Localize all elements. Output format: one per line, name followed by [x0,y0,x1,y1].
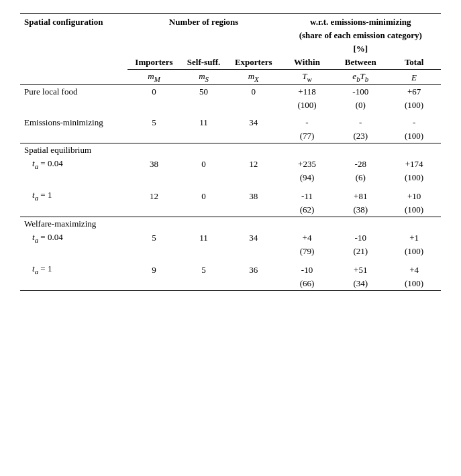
row-emissions-min-label: Emissions-minimizing [20,116,127,129]
row-pure-local-within: +118 [280,84,334,99]
row-welfare-ta004-within-sub: (79) [280,245,334,258]
row-spatial-ta004-within-sub: (94) [280,171,334,184]
header-mS: mS [181,70,226,85]
row-emissions-min-exporters: 34 [227,116,280,129]
row-welfare-ta004-between-sub: (21) [334,245,387,258]
header-num-regions-spacer [127,29,280,42]
row-pure-local-between-sub: (0) [334,99,387,112]
row-emissions-min-between: - [334,116,387,129]
row-welfare-ta004-total: +1 [387,231,441,245]
row-welfare-ta1-total-sub: (100) [387,277,441,291]
header-num-regions-spacer2 [127,42,280,56]
header-mX: mX [227,70,280,85]
row-pure-local-importers: 0 [127,84,181,99]
header-E: E [387,70,441,85]
header-total: Total [387,56,441,70]
header-importers: Importers [127,56,181,70]
row-welfare-ta004-within: +4 [280,231,334,245]
row-emissions-min-total: - [387,116,441,129]
header-wrt: w.r.t. emissions-minimizing [280,14,441,29]
row-pure-local-exporters: 0 [227,84,280,99]
row-pure-local-label: Pure local food [20,84,127,99]
row-welfare-ta1-selfsuff: 5 [181,262,226,277]
row-pure-local-within-sub: (100) [280,99,334,112]
header-exporters: Exporters [227,56,280,70]
row-spatial-ta1-between: +81 [334,188,387,203]
row-spatial-ta1-total-sub: (100) [387,203,441,217]
row-welfare-ta1-total: +4 [387,262,441,277]
header-within: Within [280,56,334,70]
row-pure-local-total: +67 [387,84,441,99]
row-spatial-ta1-selfsuff: 0 [181,188,226,203]
row-emissions-min-total-sub: (100) [387,129,441,143]
header-between: Between [334,56,387,70]
row-emissions-min-between-sub: (23) [334,129,387,143]
row-welfare-ta1-importers: 9 [127,262,181,277]
row-spatial-ta1-within: -11 [280,188,334,203]
row-spatial-ta004-selfsuff: 0 [181,157,226,172]
row-welfare-ta1-within: -10 [280,262,334,277]
header-wrt-sub: (share of each emission category) [280,29,441,42]
row-spatial-ta004-label: ta = 0.04 [20,157,127,172]
section-spatial-equilibrium: Spatial equilibrium [20,143,441,157]
header-pct: [%] [280,42,441,56]
row-welfare-ta004-importers: 5 [127,231,181,245]
row-pure-local-between: -100 [334,84,387,99]
row-spatial-ta004-within: +235 [280,157,334,172]
row-emissions-min-importers: 5 [127,116,181,129]
header-mM: mM [127,70,181,85]
row-spatial-ta004-total: +174 [387,157,441,172]
row-spatial-ta1-total: +10 [387,188,441,203]
row-pure-local-total-sub: (100) [387,99,441,112]
row-spatial-ta1-importers: 12 [127,188,181,203]
header-ebTb: ebTb [334,70,387,85]
row-welfare-ta1-within-sub: (66) [280,277,334,291]
row-welfare-ta004-total-sub: (100) [387,245,441,258]
row-welfare-ta1-between: +51 [334,262,387,277]
row-pure-local-selfsuff: 50 [181,84,226,99]
row-spatial-ta004-importers: 38 [127,157,181,172]
section-welfare-max: Welfare-maximizing [20,217,441,231]
row-welfare-ta1-exporters: 36 [227,262,280,277]
row-welfare-ta1-between-sub: (34) [334,277,387,291]
row-emissions-min-selfsuff: 11 [181,116,226,129]
row-welfare-ta004-selfsuff: 11 [181,231,226,245]
row-spatial-ta004-total-sub: (100) [387,171,441,184]
row-spatial-ta004-between: -28 [334,157,387,172]
header-Tw: Tw [280,70,334,85]
row-spatial-ta1-label: ta = 1 [20,188,127,203]
row-emissions-min-within-sub: (77) [280,129,334,143]
header-self-suff: Self-suff. [181,56,226,70]
header-num-regions: Number of regions [127,14,280,29]
row-welfare-ta1-label: ta = 1 [20,262,127,277]
row-spatial-ta004-exporters: 12 [227,157,280,172]
row-spatial-ta1-exporters: 38 [227,188,280,203]
row-welfare-ta004-label: ta = 0.04 [20,231,127,245]
row-welfare-ta004-exporters: 34 [227,231,280,245]
row-spatial-ta1-between-sub: (38) [334,203,387,217]
header-spatial-config: Spatial configuration [20,14,127,85]
row-spatial-ta004-between-sub: (6) [334,171,387,184]
row-spatial-ta1-within-sub: (62) [280,203,334,217]
main-table: Spatial configuration Number of regions … [20,13,441,291]
row-emissions-min-within: - [280,116,334,129]
row-welfare-ta004-between: -10 [334,231,387,245]
